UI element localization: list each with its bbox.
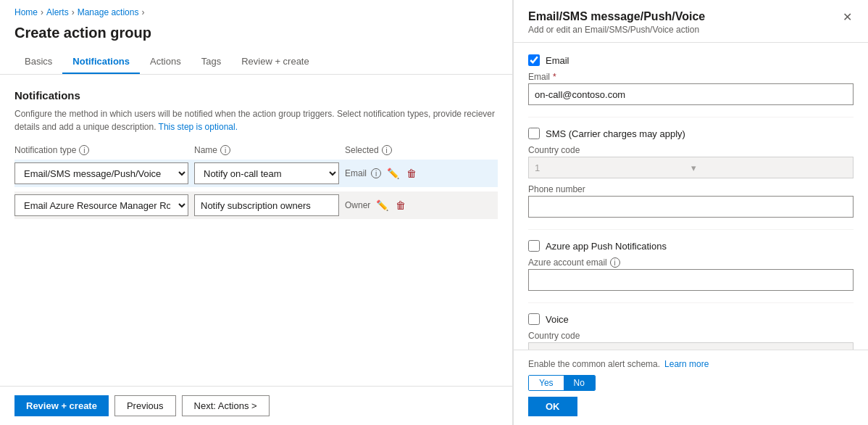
sms-label[interactable]: SMS (Carrier charges may apply) (546, 128, 685, 139)
email-checkbox-row: Email (528, 54, 854, 66)
col-selected: Selected i (345, 145, 498, 155)
voice-label[interactable]: Voice (546, 314, 569, 325)
section-description: Configure the method in which users will… (14, 107, 498, 133)
close-button[interactable]: ✕ (841, 10, 854, 25)
toggle-group: Yes No (528, 375, 596, 391)
table-row: Email/SMS message/Push/Voice Email Azure… (14, 191, 498, 219)
table-row: Email/SMS message/Push/Voice Email Azure… (14, 160, 498, 187)
alert-schema-row: Enable the common alert schema. Learn mo… (528, 359, 854, 369)
previous-button[interactable]: Previous (114, 395, 176, 416)
name-select-1[interactable]: Notify on-call team (194, 162, 339, 184)
edit-button-1[interactable]: ✏️ (385, 166, 401, 181)
email-checkbox[interactable] (528, 54, 540, 66)
breadcrumb: Home › Alerts › Manage actions › (0, 0, 512, 22)
name-input-2[interactable] (194, 194, 339, 216)
email-field-label: Email * (528, 72, 854, 82)
notification-type-select-2[interactable]: Email/SMS message/Push/Voice Email Azure… (14, 194, 188, 216)
voice-country-code-label: Country code (528, 331, 854, 341)
right-panel: Email/SMS message/Push/Voice Add or edit… (513, 0, 868, 425)
optional-link[interactable]: This step is optional. (159, 122, 238, 132)
email-label[interactable]: Email (546, 55, 569, 66)
sms-country-code-label: Country code (528, 145, 854, 155)
delete-button-2[interactable]: 🗑 (394, 198, 407, 212)
sms-country-code-dropdown[interactable]: 1 ▾ (528, 157, 854, 178)
sms-phone-label: Phone number (528, 184, 854, 194)
tab-notifications[interactable]: Notifications (62, 50, 140, 74)
tab-basics[interactable]: Basics (14, 50, 62, 74)
panel-header: Email/SMS message/Push/Voice Add or edit… (514, 0, 868, 43)
page-title: Create action group (0, 22, 512, 50)
selected-value-1: Email (345, 168, 367, 178)
selected-cell-1: Email i ✏️ 🗑 (345, 166, 498, 181)
col-name: Name i (194, 145, 339, 155)
col-notification-type: Notification type i (14, 145, 188, 155)
voice-country-code-dropdown[interactable]: 1 ▾ (528, 342, 854, 350)
panel-subtitle: Add or edit an Email/SMS/Push/Voice acti… (528, 25, 705, 35)
alert-schema-text: Enable the common alert schema. (528, 359, 660, 369)
sms-checkbox[interactable] (528, 128, 540, 139)
sms-country-code-field: Country code 1 ▾ (528, 145, 854, 178)
tab-tags[interactable]: Tags (191, 50, 231, 74)
voice-section: Voice Country code 1 ▾ Phone number (528, 313, 854, 350)
notification-type-info-icon[interactable]: i (79, 145, 89, 155)
push-account-email-input[interactable] (528, 269, 854, 291)
panel-title: Email/SMS message/Push/Voice (528, 10, 705, 23)
push-checkbox[interactable] (528, 240, 540, 252)
section-title: Notifications (14, 89, 498, 102)
ok-button[interactable]: OK (528, 397, 577, 416)
email-input[interactable]: on-call@contoso.com (528, 83, 854, 105)
learn-more-link[interactable]: Learn more (664, 359, 709, 369)
bottom-bar: Review + create Previous Next: Actions > (0, 386, 512, 425)
voice-checkbox[interactable] (528, 313, 540, 325)
voice-country-code-field: Country code 1 ▾ (528, 331, 854, 350)
panel-bottom: Enable the common alert schema. Learn mo… (514, 350, 868, 425)
email-section: Email Email * on-call@contoso.com (528, 54, 854, 105)
sms-dropdown-arrow-icon: ▾ (691, 162, 848, 173)
tab-review-create[interactable]: Review + create (231, 50, 320, 74)
edit-button-2[interactable]: ✏️ (375, 198, 390, 212)
breadcrumb-home[interactable]: Home (14, 7, 38, 17)
name-info-icon[interactable]: i (220, 145, 230, 155)
toggle-yes-button[interactable]: Yes (529, 376, 564, 390)
sms-section: SMS (Carrier charges may apply) Country … (528, 128, 854, 218)
breadcrumb-manage-actions[interactable]: Manage actions (78, 7, 139, 17)
required-marker: * (553, 72, 556, 82)
breadcrumb-alerts[interactable]: Alerts (46, 7, 69, 17)
push-label[interactable]: Azure app Push Notifications (546, 241, 667, 252)
sms-country-code-value: 1 (535, 162, 691, 173)
review-create-button[interactable]: Review + create (14, 395, 109, 416)
sms-phone-input[interactable] (528, 196, 854, 218)
push-account-email-label: Azure account email i (528, 257, 854, 268)
main-content: Notifications Configure the method in wh… (0, 75, 512, 386)
push-email-field: Azure account email i (528, 257, 854, 291)
selected-value-2: Owner (345, 200, 370, 210)
panel-content: Email Email * on-call@contoso.com SMS (C… (514, 43, 868, 350)
push-email-info-icon[interactable]: i (610, 257, 620, 268)
tab-actions[interactable]: Actions (140, 50, 191, 74)
sms-checkbox-row: SMS (Carrier charges may apply) (528, 128, 854, 139)
tabs: Basics Notifications Actions Tags Review… (0, 50, 512, 75)
notification-type-select-1[interactable]: Email/SMS message/Push/Voice Email Azure… (14, 162, 188, 184)
voice-checkbox-row: Voice (528, 313, 854, 325)
delete-button-1[interactable]: 🗑 (405, 166, 418, 181)
push-section: Azure app Push Notifications Azure accou… (528, 240, 854, 291)
left-panel: Home › Alerts › Manage actions › Create … (0, 0, 513, 425)
next-button[interactable]: Next: Actions > (182, 395, 270, 416)
email-field-container: Email * on-call@contoso.com (528, 72, 854, 105)
email-info-icon[interactable]: i (371, 168, 381, 178)
push-checkbox-row: Azure app Push Notifications (528, 240, 854, 252)
toggle-no-button[interactable]: No (564, 376, 595, 390)
sms-phone-field: Phone number (528, 184, 854, 218)
selected-info-icon[interactable]: i (382, 145, 392, 155)
selected-cell-2: Owner ✏️ 🗑 (345, 198, 498, 212)
table-header: Notification type i Name i Selected i (14, 145, 498, 155)
